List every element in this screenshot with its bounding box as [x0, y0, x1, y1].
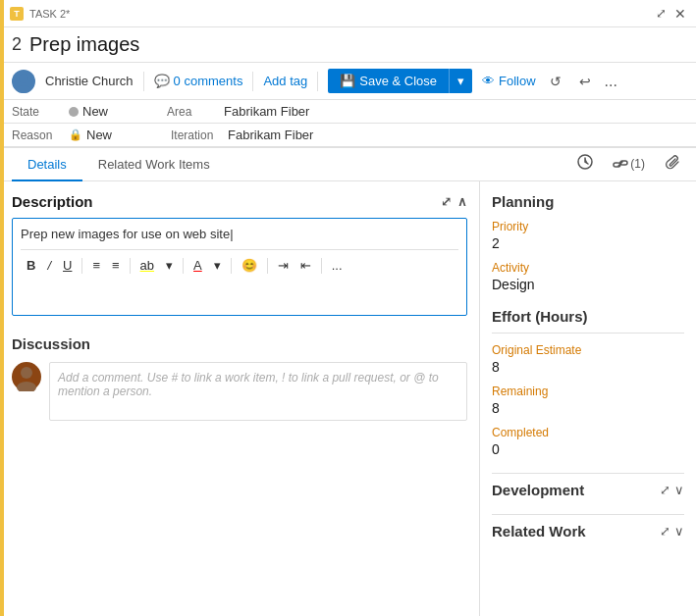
- area-label: Area: [167, 105, 216, 119]
- comments-label: 0 comments: [174, 74, 243, 88]
- save-close-label: Save & Close: [359, 74, 437, 88]
- meta-row-2: Reason 🔒 New Iteration Fabrikam Fiber: [0, 124, 696, 147]
- reason-value: New: [86, 128, 112, 142]
- follow-button[interactable]: 👁 Follow: [482, 74, 536, 88]
- related-work-title: Related Work: [492, 523, 586, 539]
- user-name: Christie Church: [45, 74, 134, 88]
- priority-label: Priority: [492, 220, 684, 233]
- title-bar-right: ⤢ ✕: [656, 6, 686, 22]
- related-work-collapse-icon[interactable]: ∨: [674, 524, 684, 539]
- tab-related-work-items[interactable]: Related Work Items: [82, 149, 226, 181]
- development-expand-icon[interactable]: ⤢: [660, 483, 670, 497]
- avatar: [12, 70, 35, 93]
- comments-button[interactable]: 💬 0 comments: [154, 74, 243, 88]
- priority-value: 2: [492, 235, 684, 251]
- development-collapse-icon[interactable]: ∨: [674, 483, 684, 497]
- comment-icon: 💬: [154, 74, 170, 88]
- state-dot: [69, 107, 79, 117]
- add-tag-button[interactable]: Add tag: [263, 74, 307, 88]
- original-estimate-label: Original Estimate: [492, 343, 684, 357]
- development-title: Development: [492, 482, 584, 498]
- planning-title: Planning: [492, 193, 684, 210]
- toolbar: Christie Church 💬 0 comments Add tag 💾 S…: [0, 63, 696, 100]
- more-format-button[interactable]: ...: [330, 256, 345, 275]
- more-button[interactable]: ...: [605, 73, 617, 90]
- meta-section: State New Area Fabrikam Fiber Reason 🔒 N…: [0, 100, 696, 148]
- comment-area: Add a comment. Use # to link a work item…: [12, 362, 467, 421]
- history-icon-button[interactable]: [569, 148, 601, 180]
- lock-icon: 🔒: [69, 128, 82, 141]
- italic-button[interactable]: /: [45, 256, 53, 275]
- completed-label: Completed: [492, 426, 684, 439]
- area-value: Fabrikam Fiber: [224, 104, 309, 119]
- follow-label: Follow: [499, 74, 536, 88]
- outdent-button[interactable]: ⇤: [298, 256, 313, 275]
- description-expand-icon[interactable]: ⤢: [441, 194, 452, 209]
- save-close-main[interactable]: 💾 Save & Close: [328, 69, 450, 93]
- iteration-label: Iteration: [171, 128, 220, 142]
- save-close-button[interactable]: 💾 Save & Close ▾: [328, 69, 472, 93]
- description-text[interactable]: Prep new images for use on web site|: [21, 227, 458, 241]
- description-collapse-icon[interactable]: ∧: [457, 194, 467, 209]
- title-bar-left: T TASK 2*: [10, 7, 70, 21]
- link-icon-button[interactable]: (1): [605, 150, 653, 180]
- sep4: [231, 258, 232, 274]
- save-close-dropdown[interactable]: ▾: [450, 69, 472, 93]
- list-button[interactable]: ≡: [110, 256, 122, 275]
- iteration-item: Iteration Fabrikam Fiber: [171, 128, 313, 142]
- task-type-icon: T: [10, 7, 24, 21]
- state-label: State: [12, 105, 61, 119]
- align-button[interactable]: ≡: [90, 256, 102, 275]
- sep3: [183, 258, 184, 274]
- svg-point-4: [17, 382, 36, 391]
- effort-title: Effort (Hours): [492, 308, 684, 325]
- description-section-header: Description ⤢ ∧: [12, 193, 467, 210]
- task-number: 2: [12, 34, 22, 55]
- description-icons: ⤢ ∧: [441, 194, 467, 209]
- left-panel: Description ⤢ ∧ Prep new images for use …: [0, 181, 480, 616]
- task-title: Prep images: [29, 33, 139, 56]
- title-bar: T TASK 2* ⤢ ✕: [0, 0, 696, 27]
- reason-label: Reason: [12, 128, 61, 142]
- svg-point-1: [16, 85, 31, 93]
- meta-row-1: State New Area Fabrikam Fiber: [0, 100, 696, 124]
- highlight-button[interactable]: ab: [138, 256, 156, 275]
- state-value-group: New: [69, 104, 108, 119]
- sep2: [130, 258, 131, 274]
- close-icon[interactable]: ✕: [674, 6, 686, 22]
- font-color-dropdown[interactable]: ▾: [212, 256, 223, 275]
- commenter-avatar: [12, 362, 41, 391]
- svg-point-3: [21, 367, 32, 379]
- attachment-icon-button[interactable]: [657, 148, 688, 180]
- sep5: [267, 258, 268, 274]
- underline-button[interactable]: U: [61, 256, 74, 275]
- indent-button[interactable]: ⇥: [276, 256, 291, 275]
- font-color-button[interactable]: A: [191, 256, 204, 275]
- sep6: [321, 258, 322, 274]
- development-icons: ⤢ ∨: [660, 483, 684, 497]
- description-editor[interactable]: Prep new images for use on web site| B /…: [12, 218, 467, 316]
- bold-button[interactable]: B: [25, 256, 37, 275]
- refresh-button[interactable]: ↺: [546, 72, 565, 91]
- related-work-icons: ⤢ ∨: [660, 524, 684, 539]
- development-section[interactable]: Development ⤢ ∨: [492, 473, 684, 498]
- discussion-title: Discussion: [12, 335, 467, 352]
- completed-value: 0: [492, 441, 684, 457]
- related-work-section[interactable]: Related Work ⤢ ∨: [492, 514, 684, 539]
- area-item: Area Fabrikam Fiber: [167, 104, 309, 119]
- related-work-expand-icon[interactable]: ⤢: [660, 524, 670, 539]
- right-panel: Planning Priority 2 Activity Design Effo…: [480, 181, 696, 616]
- expand-icon[interactable]: ⤢: [656, 6, 667, 21]
- formatting-toolbar: B / U ≡ ≡ ab ▾ A ▾ 😊 ⇥ ⇤ ...: [21, 249, 458, 281]
- highlight-dropdown[interactable]: ▾: [164, 256, 175, 275]
- separator: [143, 72, 144, 91]
- task-id-label: TASK 2*: [29, 8, 70, 20]
- reason-item: Reason 🔒 New: [12, 128, 112, 142]
- task-header: 2 Prep images: [0, 27, 696, 63]
- state-value: New: [82, 104, 108, 119]
- tab-details[interactable]: Details: [12, 149, 82, 181]
- remaining-value: 8: [492, 400, 684, 416]
- emoji-button[interactable]: 😊: [240, 256, 259, 275]
- comment-input[interactable]: Add a comment. Use # to link a work item…: [49, 362, 467, 421]
- undo-button[interactable]: ↩: [575, 72, 595, 91]
